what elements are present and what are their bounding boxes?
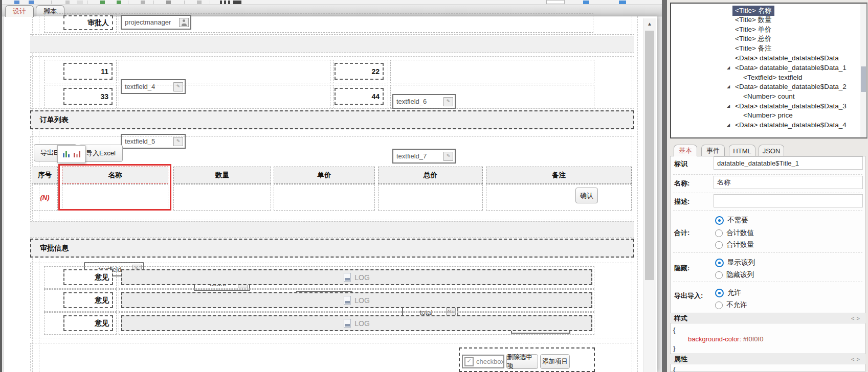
toolbar-icon[interactable]	[233, 1, 241, 4]
radio-label: 不允许	[726, 300, 747, 310]
toolbar-icon[interactable]	[619, 1, 626, 4]
log-field[interactable]: LOG	[121, 269, 592, 285]
radio-icon[interactable]	[715, 271, 723, 279]
table-header-2[interactable]: 数量	[173, 167, 271, 184]
tree-expand-icon[interactable]: ◢	[727, 123, 732, 127]
inspector-separator	[673, 282, 862, 282]
tree-item[interactable]: <Data> datatable_datatable$Data	[673, 53, 857, 63]
attr-section-title: 属性	[674, 355, 687, 364]
log-field[interactable]: LOG	[121, 292, 592, 308]
tree-item-label: <Title> 数量	[735, 15, 772, 25]
radio-icon[interactable]	[715, 301, 723, 309]
row-index-label: (N)	[32, 184, 58, 211]
tree-item[interactable]: <Title> 总价	[673, 34, 857, 44]
tree-item[interactable]: <Number> price	[673, 110, 857, 120]
toolbar-icon[interactable]	[220, 1, 222, 4]
log-label: LOG	[354, 296, 370, 305]
radio-icon[interactable]	[715, 229, 723, 237]
table-header-5[interactable]: 备注	[486, 167, 632, 184]
field-desc-input[interactable]	[714, 194, 863, 207]
attr-code-open: {	[673, 366, 675, 372]
code-icon[interactable]: < >	[851, 315, 860, 321]
style-code-open: {	[673, 326, 675, 334]
export-import-mode-option[interactable]: 不允许	[715, 301, 747, 309]
tree-scrollbar-thumb[interactable]	[861, 66, 866, 92]
tree-expand-icon[interactable]: ◢	[727, 104, 732, 108]
approver-input[interactable]: projectmanager	[121, 15, 191, 30]
style-section-title: 样式	[674, 314, 687, 323]
form-designer-app: 设计 脚本 审批人projectmanager11textfield_4✎22t…	[0, 0, 868, 372]
log-field[interactable]: LOG	[121, 315, 592, 331]
export-import-mode-option[interactable]: 允许	[715, 289, 741, 297]
table-header-0[interactable]: 序号	[32, 167, 58, 184]
checkbox-widget[interactable]: ✓checkbox_sele...	[462, 355, 504, 368]
radio-icon[interactable]	[715, 241, 723, 249]
inspector-tab-基本[interactable]: 基本	[674, 145, 697, 156]
toolbar-icon[interactable]	[228, 1, 230, 4]
toolbar-icon[interactable]	[141, 1, 145, 4]
opinion-label: 意见	[63, 269, 113, 285]
code-icon[interactable]: < >	[851, 356, 860, 362]
delete-selected-button[interactable]: 删除选中项	[506, 354, 538, 369]
hide-mode-option[interactable]: 显示该列	[715, 259, 755, 267]
scroll-up-arrow-icon[interactable]: ▲	[645, 20, 654, 28]
tree-item[interactable]: ◢<Data> datatable_datatable$Data_2	[673, 82, 857, 91]
tree-item[interactable]: <Title> 备注	[673, 44, 857, 54]
checkbox-label: checkbox_sele...	[476, 358, 504, 365]
radio-label: 合计数量	[726, 240, 754, 249]
user-icon	[179, 18, 189, 27]
radio-icon[interactable]	[715, 289, 724, 297]
opinion-label: 意见	[63, 315, 113, 331]
toolbar-icon[interactable]	[29, 1, 34, 4]
tree-expand-icon[interactable]: ◢	[727, 84, 732, 89]
tree-item[interactable]: <Number> count	[673, 91, 857, 101]
hide-mode-option[interactable]: 隐藏该列	[715, 271, 754, 279]
checkbox-icon[interactable]: ✓	[464, 357, 474, 366]
tree-item[interactable]: ◢<Data> datatable_datatable$Data_1	[673, 63, 857, 73]
inspector-tab-JSON[interactable]: JSON	[759, 145, 784, 156]
toolbar-icon[interactable]	[65, 1, 70, 4]
radio-icon[interactable]	[715, 216, 724, 225]
tree-item[interactable]: ◢<Data> datatable_datatable$Data_3	[673, 101, 857, 111]
table-data-cell	[378, 184, 483, 211]
tree-item[interactable]: ◢<Data> datatable_datatable$Data_4	[673, 120, 857, 130]
toolbar-icon[interactable]	[197, 1, 202, 4]
table-header-3[interactable]: 单价	[274, 167, 375, 184]
tree-item-label: <Data> datatable_datatable$Data_4	[735, 121, 847, 129]
toolbar-icon[interactable]	[14, 1, 19, 4]
tab-design[interactable]: 设计	[5, 5, 34, 17]
selected-column-highlight	[58, 164, 171, 211]
toolbar-icon[interactable]	[77, 1, 83, 4]
log-label: LOG	[354, 319, 370, 328]
toolbar-field[interactable]	[546, 0, 565, 4]
total-mode-option[interactable]: 不需要	[715, 216, 748, 224]
tree-item-label: <Data> datatable_datatable$Data_2	[735, 83, 847, 90]
add-item-button[interactable]: 添加项目	[540, 354, 570, 369]
confirm-button[interactable]: 确认	[575, 188, 598, 203]
toolbar-icon[interactable]	[224, 1, 226, 4]
tree-item[interactable]: <Title> 单价	[673, 25, 857, 34]
canvas-scrollbar-thumb[interactable]	[645, 31, 654, 280]
toolbar-icon[interactable]	[117, 1, 121, 4]
tree-item[interactable]: <Title> 名称	[673, 6, 857, 15]
bar-chart-icon[interactable]	[63, 151, 70, 157]
toolbar-icon[interactable]	[100, 1, 105, 4]
total-mode-option[interactable]: 合计数量	[715, 241, 754, 249]
inspector-tab-HTML[interactable]: HTML	[729, 145, 755, 156]
table-header-4[interactable]: 总价	[378, 167, 483, 184]
inspector-tab-事件[interactable]: 事件	[701, 145, 725, 156]
total-mode-option[interactable]: 合计数值	[715, 229, 754, 237]
field-id-input[interactable]: datatable_datatable$Title_1	[714, 156, 863, 170]
approver-label: 审批人	[63, 15, 113, 30]
field-number-label: 11	[63, 63, 113, 80]
bar-chart-red-icon[interactable]	[74, 151, 80, 157]
toolbar-icon[interactable]	[166, 1, 171, 4]
panel-splitter[interactable]	[662, 0, 667, 372]
tree-expand-icon[interactable]: ◢	[727, 65, 732, 70]
toolbar-icon[interactable]	[583, 1, 589, 4]
radio-icon[interactable]	[715, 259, 724, 267]
section-gap-band	[30, 36, 634, 53]
tree-item[interactable]: <Title> 数量	[673, 15, 857, 25]
tree-item[interactable]: <Textfield> textfield	[673, 73, 857, 82]
field-name-input[interactable]: 名称	[714, 176, 863, 189]
